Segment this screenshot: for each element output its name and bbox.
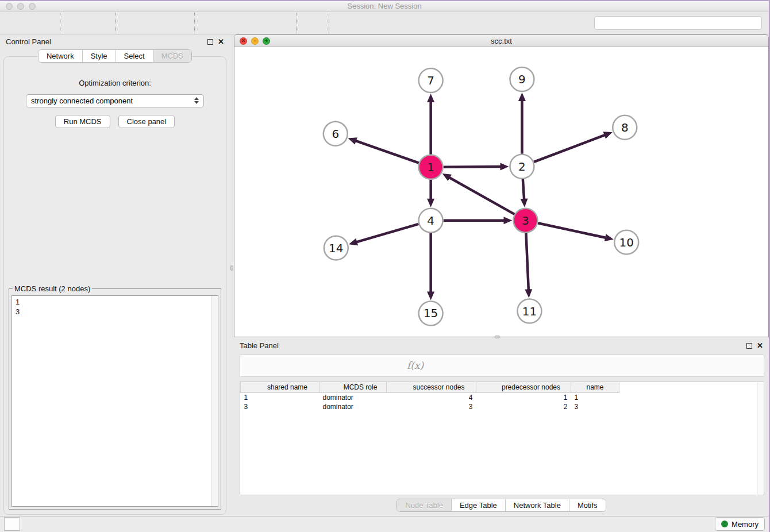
delete-table-button[interactable]: [384, 358, 399, 373]
import-table-button[interactable]: [90, 14, 109, 32]
table-row[interactable]: 1 dominator 4 1 1: [241, 393, 757, 402]
titlebar: Session: New Session: [0, 1, 769, 12]
network-canvas[interactable]: 7968124314101511: [234, 47, 768, 336]
column-header-shared-name[interactable]: shared name: [241, 382, 319, 393]
graph-edge-2-8[interactable]: [534, 135, 606, 162]
export-table-button[interactable]: [145, 14, 165, 32]
graph-node-label-14: 14: [329, 241, 343, 255]
network-view-window: ✕ − + scc.txt 7968124314101511: [234, 34, 769, 337]
tab-select[interactable]: Select: [116, 50, 153, 62]
result-scrollbar[interactable]: [211, 296, 218, 506]
graph-arrowhead-4-3: [503, 217, 512, 225]
mcds-result-list[interactable]: 1 3: [12, 296, 211, 506]
tab-motifs[interactable]: Motifs: [569, 499, 606, 511]
graph-arrowhead-4-14: [349, 238, 358, 245]
memory-status-icon: [721, 521, 728, 527]
apply-layout-button[interactable]: [303, 14, 322, 32]
table-panel-title: Table Panel: [240, 341, 746, 350]
tab-network[interactable]: Network: [38, 50, 82, 62]
zoom-in-button[interactable]: [201, 14, 221, 32]
empty-header: [619, 382, 757, 393]
graph-node-label-2: 2: [518, 160, 526, 174]
toggle-panes-button[interactable]: [269, 358, 284, 373]
show-hidden-button[interactable]: [405, 14, 424, 32]
graph-arrowhead-1-7: [427, 94, 434, 102]
close-panel-button[interactable]: Close panel: [118, 115, 175, 128]
export-network-button[interactable]: [122, 14, 142, 32]
tab-edge-table[interactable]: Edge Table: [451, 499, 505, 511]
graph-arrowhead-3-10: [605, 234, 614, 242]
open-session-button[interactable]: [11, 14, 30, 32]
select-all-columns-button[interactable]: [292, 358, 307, 373]
task-history-button[interactable]: [4, 517, 20, 531]
window-title: Session: New Session: [0, 2, 769, 10]
column-header-name[interactable]: name: [571, 382, 619, 393]
select-chevrons-icon: [194, 97, 199, 104]
hide-unselected-button[interactable]: [382, 14, 401, 32]
graph-arrowhead-1-6: [348, 138, 357, 145]
unselect-all-columns-button[interactable]: [315, 358, 330, 373]
network-window-titlebar[interactable]: ✕ − + scc.txt: [234, 35, 768, 48]
graph-arrowhead-4-15: [427, 292, 434, 300]
table-header-row: shared name MCDS role successor nodes: [241, 382, 757, 393]
export-image-button[interactable]: [168, 14, 188, 32]
column-header-predecessor-nodes[interactable]: predecessor nodes: [476, 382, 571, 393]
mcds-result-title: MCDS result (2 nodes): [13, 284, 92, 293]
optimization-criterion-label: Optimization criterion:: [9, 79, 221, 87]
tab-network-table[interactable]: Network Table: [505, 499, 569, 511]
column-header-successor-nodes[interactable]: successor nodes: [387, 382, 476, 393]
splitter-handle[interactable]: [495, 336, 500, 338]
graph-edge-1-6[interactable]: [355, 141, 419, 163]
graph-edge-2-3[interactable]: [523, 179, 524, 200]
graph-edge-3-1[interactable]: [449, 178, 514, 214]
float-panel-icon[interactable]: [207, 39, 213, 45]
mcds-panel: Optimization criterion: strongly connect…: [3, 56, 226, 515]
close-panel-icon[interactable]: ✕: [218, 38, 224, 45]
show-all-networks-button[interactable]: [359, 14, 378, 32]
result-item: 1: [16, 297, 208, 307]
tab-mcds[interactable]: MCDS: [153, 50, 191, 62]
float-table-panel-icon[interactable]: [746, 343, 752, 349]
search-input[interactable]: [609, 20, 698, 28]
network-graph[interactable]: 7968124314101511: [234, 47, 768, 336]
mcds-result-box: MCDS result (2 nodes) 1 3: [9, 284, 221, 510]
memory-button[interactable]: Memory: [715, 517, 765, 531]
main-toolbar: [0, 12, 769, 34]
tab-style[interactable]: Style: [82, 50, 116, 62]
table-scrollbar[interactable]: [757, 382, 764, 495]
close-table-panel-icon[interactable]: ✕: [757, 342, 763, 349]
graph-arrowhead-1-2: [500, 163, 509, 171]
run-mcds-button[interactable]: Run MCDS: [55, 115, 110, 128]
splitter-handle[interactable]: [230, 265, 233, 271]
zoom-fit-button[interactable]: [247, 14, 267, 32]
save-session-button[interactable]: [34, 14, 53, 32]
import-network-button[interactable]: [67, 14, 86, 32]
graph-edge-3-10[interactable]: [538, 223, 606, 238]
table-row[interactable]: 3 dominator 3 2 3: [241, 402, 757, 411]
graph-node-label-9: 9: [518, 72, 526, 86]
clone-network-button[interactable]: [336, 14, 355, 32]
delete-columns-button[interactable]: [361, 358, 376, 373]
graph-arrowhead-1-4: [427, 199, 434, 207]
graph-node-label-4: 4: [427, 214, 434, 228]
node-table: shared name MCDS role successor nodes: [240, 381, 764, 495]
graph-edge-1-2[interactable]: [444, 167, 502, 167]
criterion-selected-value: strongly connected component: [31, 97, 194, 105]
create-column-button[interactable]: [338, 358, 353, 373]
control-panel: Control Panel ✕ Network Style Select MCD…: [0, 34, 230, 516]
graph-edge-4-14[interactable]: [356, 224, 418, 242]
zoom-selected-button[interactable]: [270, 14, 290, 32]
graph-arrowhead-3-11: [525, 290, 532, 298]
zoom-out-button[interactable]: [224, 14, 244, 32]
tab-node-table[interactable]: Node Table: [397, 499, 451, 511]
graph-node-label-8: 8: [621, 121, 629, 134]
function-builder-button[interactable]: f(x): [407, 358, 424, 373]
graph-node-label-10: 10: [619, 236, 634, 249]
graph-arrowhead-2-8: [603, 132, 612, 139]
criterion-select[interactable]: strongly connected component: [26, 94, 204, 107]
table-settings-button[interactable]: [246, 358, 261, 373]
graph-arrowhead-2-3: [521, 199, 528, 207]
column-header-mcds-role[interactable]: MCDS role: [319, 382, 387, 393]
graph-edge-3-11[interactable]: [526, 233, 528, 291]
app-window: Session: New Session: [0, 0, 770, 532]
